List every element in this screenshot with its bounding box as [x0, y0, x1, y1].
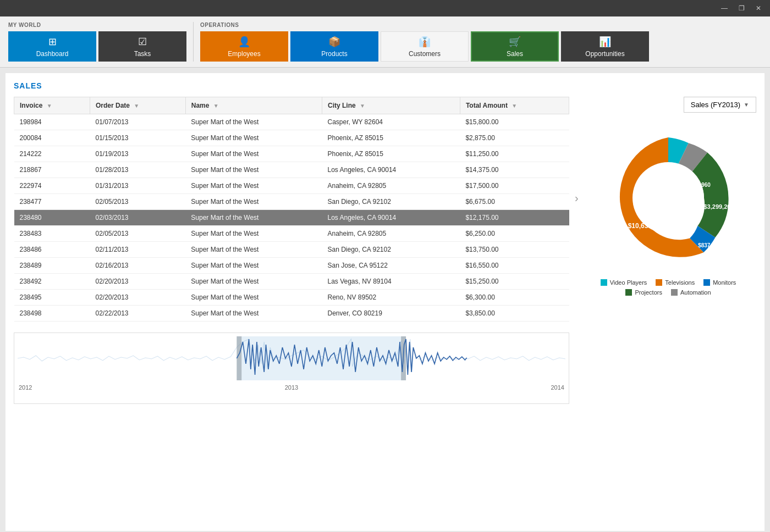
table-cell-name: Super Mart of the West: [185, 306, 322, 322]
chart-dropdown-label: Sales (FY2013): [691, 101, 740, 109]
table-cell-invoice: 238483: [14, 226, 90, 242]
maximize-button[interactable]: ❐: [735, 3, 748, 13]
city-filter-icon[interactable]: ▼: [360, 103, 365, 109]
table-cell-name: Super Mart of the West: [185, 114, 322, 130]
table-cell-name: Super Mart of the West: [185, 290, 322, 306]
legend-label-monitors: Monitors: [713, 279, 736, 286]
nav-item-dashboard[interactable]: ⊞ Dashboard: [8, 31, 96, 62]
chart-dropdown-button[interactable]: Sales (FY2013) ▼: [684, 97, 756, 113]
table-row[interactable]: 23848902/16/2013Super Mart of the WestSa…: [14, 258, 569, 274]
total-filter-icon[interactable]: ▼: [512, 103, 517, 109]
table-header-row: Invoice ▼ Order Date ▼ Name ▼ City Line …: [14, 97, 569, 114]
col-header-total-amount[interactable]: Total Amount ▼: [460, 97, 569, 114]
donut-chart-wrapper: ›: [591, 121, 745, 275]
table-cell-order_date: 01/19/2013: [90, 146, 185, 162]
table-cell-invoice: 238480: [14, 210, 90, 226]
svg-text:$837,255: $837,255: [698, 242, 721, 248]
table-row[interactable]: 23848302/05/2013Super Mart of the WestAn…: [14, 226, 569, 242]
nav-item-employees[interactable]: 👤 Employees: [200, 31, 288, 62]
table-cell-invoice: 198984: [14, 114, 90, 130]
nav-section-operations: OPERATIONS 👤 Employees 📦 Products 👔 Cust…: [200, 22, 649, 62]
nav-section-myworld: MY WORLD ⊞ Dashboard ☑ Tasks: [8, 22, 186, 62]
nav-item-tasks-label: Tasks: [134, 50, 151, 58]
table-cell-total_amount: $16,550.00: [460, 258, 569, 274]
title-bar: — ❐ ✕: [0, 0, 770, 16]
table-cell-total_amount: $15,250.00: [460, 274, 569, 290]
nav-items-myworld: ⊞ Dashboard ☑ Tasks: [8, 31, 186, 62]
legend-item-video-players: Video Players: [601, 279, 647, 286]
table-cell-city_line: Anaheim, CA 92805: [322, 226, 460, 242]
navigation: MY WORLD ⊞ Dashboard ☑ Tasks OPERATIONS …: [0, 16, 770, 68]
table-cell-order_date: 02/22/2013: [90, 306, 185, 322]
nav-item-customers[interactable]: 👔 Customers: [381, 31, 469, 62]
svg-text:$10,638,070: $10,638,070: [628, 222, 665, 230]
table-row[interactable]: 23849202/20/2013Super Mart of the WestLa…: [14, 274, 569, 290]
table-row[interactable]: 22297401/31/2013Super Mart of the WestAn…: [14, 178, 569, 194]
table-cell-name: Super Mart of the West: [185, 130, 322, 146]
table-cell-name: Super Mart of the West: [185, 210, 322, 226]
nav-item-sales[interactable]: 🛒 Sales: [471, 31, 559, 62]
legend-color-televisions: [656, 279, 662, 286]
table-row[interactable]: 21886701/28/2013Super Mart of the WestLo…: [14, 162, 569, 178]
table-cell-invoice: 218867: [14, 162, 90, 178]
nav-section-myworld-label: MY WORLD: [8, 22, 186, 28]
table-cell-total_amount: $3,850.00: [460, 306, 569, 322]
table-cell-total_amount: $2,875.00: [460, 130, 569, 146]
nav-section-operations-label: OPERATIONS: [200, 22, 649, 28]
invoice-filter-icon[interactable]: ▼: [47, 103, 52, 109]
legend-label-video-players: Video Players: [610, 279, 647, 286]
table-cell-order_date: 01/31/2013: [90, 178, 185, 194]
nav-item-products[interactable]: 📦 Products: [290, 31, 378, 62]
legend-label-automation: Automation: [680, 289, 711, 296]
donut-svg: $1,032,3 $965,960 $3,299,200 $837,255 $1…: [591, 121, 745, 275]
main-content: SALES Invoice ▼ Order Date ▼ Name ▼ City…: [6, 73, 765, 531]
legend-color-projectors: [625, 289, 632, 296]
chart-dropdown-container: Sales (FY2013) ▼: [580, 97, 756, 113]
table-cell-invoice: 214222: [14, 146, 90, 162]
sales-table: Invoice ▼ Order Date ▼ Name ▼ City Line …: [14, 97, 569, 322]
table-row[interactable]: 23849802/22/2013Super Mart of the WestDe…: [14, 306, 569, 322]
table-row[interactable]: 23847702/05/2013Super Mart of the WestSa…: [14, 194, 569, 210]
table-row[interactable]: 19898401/07/2013Super Mart of the WestCa…: [14, 114, 569, 130]
svg-text:$3,299,200: $3,299,200: [703, 203, 734, 210]
col-header-name[interactable]: Name ▼: [185, 97, 322, 114]
table-cell-order_date: 01/15/2013: [90, 130, 185, 146]
nav-item-tasks[interactable]: ☑ Tasks: [98, 31, 186, 62]
nav-items-operations: 👤 Employees 📦 Products 👔 Customers 🛒 Sal…: [200, 31, 649, 62]
col-header-invoice[interactable]: Invoice ▼: [14, 97, 90, 114]
svg-text:$1,032,3: $1,032,3: [670, 190, 692, 196]
table-row[interactable]: 23849502/20/2013Super Mart of the WestRe…: [14, 290, 569, 306]
table-container: Invoice ▼ Order Date ▼ Name ▼ City Line …: [14, 97, 569, 522]
table-row[interactable]: 20008401/15/2013Super Mart of the WestPh…: [14, 130, 569, 146]
table-cell-order_date: 02/20/2013: [90, 290, 185, 306]
nav-item-employees-label: Employees: [228, 50, 260, 58]
legend-item-monitors: Monitors: [703, 279, 736, 286]
legend-color-video-players: [601, 279, 607, 286]
order-date-filter-icon[interactable]: ▼: [134, 103, 139, 109]
chart-next-button[interactable]: ›: [575, 192, 579, 204]
table-row[interactable]: 21422201/19/2013Super Mart of the WestPh…: [14, 146, 569, 162]
page-title: SALES: [14, 81, 756, 90]
table-cell-city_line: Las Vegas, NV 89104: [322, 274, 460, 290]
nav-item-dashboard-label: Dashboard: [36, 50, 69, 58]
table-cell-order_date: 01/07/2013: [90, 114, 185, 130]
col-header-city-line[interactable]: City Line ▼: [322, 97, 460, 114]
opportunities-icon: 📊: [599, 36, 611, 48]
name-filter-icon[interactable]: ▼: [213, 103, 219, 109]
table-cell-order_date: 02/05/2013: [90, 226, 185, 242]
table-row[interactable]: 23848002/03/2013Super Mart of the WestLo…: [14, 210, 569, 226]
table-body: 19898401/07/2013Super Mart of the WestCa…: [14, 114, 569, 322]
legend-item-televisions: Televisions: [656, 279, 695, 286]
table-row[interactable]: 23848602/11/2013Super Mart of the WestSa…: [14, 242, 569, 258]
table-cell-city_line: Denver, CO 80219: [322, 306, 460, 322]
col-header-order-date[interactable]: Order Date ▼: [90, 97, 185, 114]
nav-item-products-label: Products: [321, 50, 347, 58]
close-button[interactable]: ✕: [752, 3, 765, 13]
donut-chart: $1,032,3 $965,960 $3,299,200 $837,255 $1…: [591, 121, 745, 275]
table-cell-total_amount: $12,175.00: [460, 210, 569, 226]
table-cell-total_amount: $15,800.00: [460, 114, 569, 130]
minimize-button[interactable]: —: [718, 3, 731, 13]
nav-item-customers-label: Customers: [409, 50, 441, 58]
nav-item-opportunities[interactable]: 📊 Opportunities: [561, 31, 649, 62]
table-cell-name: Super Mart of the West: [185, 146, 322, 162]
